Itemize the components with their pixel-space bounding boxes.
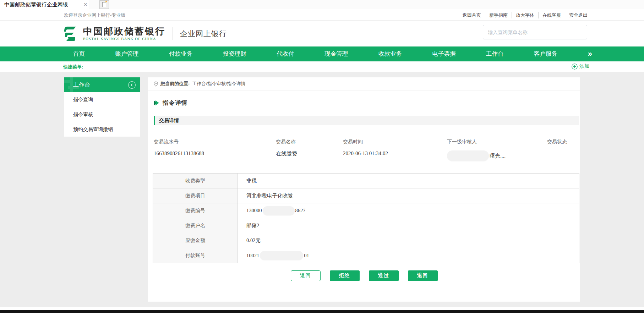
- summary-value: 在线缴费: [276, 150, 343, 158]
- table-row: 收费类型 非税: [153, 174, 579, 188]
- nav-item-collection-payment[interactable]: 代收付: [277, 50, 294, 58]
- new-tab-page-icon: [102, 2, 106, 7]
- table-row: 应缴金额 0.02元: [153, 233, 579, 248]
- menu-search-input[interactable]: [483, 25, 587, 39]
- browser-tab-strip: 中国邮政储蓄银行企业网银 ×: [0, 0, 644, 9]
- link-beginner-guide[interactable]: 新手指南: [485, 12, 512, 18]
- nav-item-investment[interactable]: 投资理财: [223, 50, 246, 58]
- redaction-blob: [263, 206, 295, 215]
- nav-item-workbench[interactable]: 工作台: [486, 50, 504, 58]
- nav-item-e-bills[interactable]: 电子票据: [432, 50, 455, 58]
- summary-next-reviewer: 下一级审核人 曙光,...: [447, 139, 547, 161]
- summary-value: 曙光,...: [447, 150, 547, 161]
- row-value: 非税: [238, 174, 579, 188]
- workspace: 工作台 指令查询 指令审核 预约交易查询撤销 您当前的位置: 工作台/指令审核/…: [0, 72, 644, 307]
- content-card: 您当前的位置: 工作台/指令审核/指令详情 指令详情 交易详情 交易流水号 16…: [148, 77, 580, 302]
- location-pin-icon: [154, 81, 158, 87]
- tab-close-icon[interactable]: ×: [82, 2, 89, 7]
- bank-name-cn: 中国邮政储蓄银行: [83, 27, 165, 36]
- add-quick-menu-button[interactable]: 添加: [572, 63, 589, 70]
- return-button[interactable]: 退回: [408, 270, 438, 281]
- summary-label: 交易名称: [276, 139, 343, 145]
- row-value: 河北非税电子化收缴: [238, 188, 579, 203]
- sidebar-item-instruction-review[interactable]: 指令审核: [64, 107, 140, 122]
- breadcrumb-path: 工作台/指令审核/指令详情: [192, 81, 245, 87]
- summary-label: 下一级审核人: [447, 139, 547, 145]
- product-name: 企业网上银行: [180, 29, 227, 39]
- psbc-logo-icon: [63, 26, 80, 42]
- value-suffix: 8627: [295, 208, 306, 214]
- value-prefix: 10021: [246, 253, 259, 259]
- transaction-summary: 交易流水号 1663890826113138688 交易名称 在线缴费 交易时间…: [154, 139, 580, 161]
- detail-table: 收费类型 非税 缴费项目 河北非税电子化收缴 缴费编号 1300008627 缴…: [153, 173, 579, 263]
- nav-item-account-mgmt[interactable]: 账户管理: [115, 50, 139, 58]
- link-online-service[interactable]: 在线客服: [538, 12, 565, 18]
- bank-name-en: POSTAL SAVINGS BANK OF CHINA: [83, 37, 165, 41]
- row-label: 付款账号: [153, 248, 238, 263]
- subsection-title: 交易详情: [159, 117, 179, 124]
- new-tab-button[interactable]: [99, 0, 109, 9]
- bank-name-block: 中国邮政储蓄银行 POSTAL SAVINGS BANK OF CHINA: [83, 27, 165, 41]
- quick-menu-label: 快捷菜单:: [63, 64, 83, 70]
- redaction-blob: [260, 251, 303, 260]
- summary-label: 交易流水号: [154, 139, 276, 145]
- welcome-text: 欢迎登录企业网上银行-专业版: [64, 12, 125, 18]
- summary-txn-name: 交易名称 在线缴费: [276, 139, 343, 161]
- sidebar-item-scheduled-txn-query-cancel[interactable]: 预约交易查询撤销: [64, 122, 140, 137]
- summary-serial-no: 交易流水号 1663890826113138688: [154, 139, 276, 161]
- row-label: 收费类型: [153, 174, 238, 188]
- table-row: 缴费项目 河北非税电子化收缴: [153, 188, 579, 203]
- breadcrumb: 您当前的位置: 工作台/指令审核/指令详情: [148, 77, 580, 90]
- link-safe-logout[interactable]: 安全退出: [565, 12, 588, 18]
- sidebar-title: 工作台: [73, 81, 90, 89]
- back-button[interactable]: 返回: [291, 270, 321, 281]
- approve-button[interactable]: 通过: [369, 270, 399, 281]
- action-buttons: 返回 拒绝 通过 退回: [148, 270, 580, 281]
- section-title-row: 指令详情: [154, 99, 580, 107]
- sidebar-item-instruction-query[interactable]: 指令查询: [64, 92, 140, 107]
- row-value: 1002101: [238, 248, 579, 263]
- summary-label: 交易状态: [547, 139, 580, 145]
- tab-title: 中国邮政储蓄银行企业网银: [4, 1, 68, 8]
- reject-button[interactable]: 拒绝: [330, 270, 360, 281]
- row-value: 1300008627: [238, 203, 579, 218]
- nav-item-home[interactable]: 首页: [73, 50, 85, 58]
- main-nav: 首页 账户管理 付款业务 投资理财 代收付 现金管理 收款业务 电子票据 工作台…: [0, 46, 644, 61]
- nav-item-cash-mgmt[interactable]: 现金管理: [324, 50, 348, 58]
- summary-value: 1663890826113138688: [154, 150, 276, 158]
- table-row: 付款账号 1002101: [153, 248, 579, 263]
- welcome-bar: 欢迎登录企业网上银行-专业版 返回首页 新手指南 放大字体 在线客服 安全退出: [0, 9, 644, 21]
- row-value: 0.02元: [238, 233, 579, 248]
- sidebar: 工作台 指令查询 指令审核 预约交易查询撤销: [64, 77, 140, 137]
- value-prefix: 130000: [246, 208, 262, 214]
- table-row: 缴费编号 1300008627: [153, 203, 579, 218]
- sidebar-collapse-icon[interactable]: [128, 81, 136, 89]
- row-label: 应缴金额: [153, 233, 238, 248]
- row-label: 缴费编号: [153, 203, 238, 218]
- browser-tab[interactable]: 中国邮政储蓄银行企业网银 ×: [0, 0, 89, 9]
- nav-more-icon[interactable]: »: [588, 50, 592, 58]
- play-triangle-icon: [155, 100, 159, 105]
- footer-black-bar: [0, 310, 644, 313]
- bank-logo: 中国邮政储蓄银行 POSTAL SAVINGS BANK OF CHINA 企业…: [63, 26, 227, 42]
- section-title: 指令详情: [163, 99, 187, 107]
- top-links: 返回首页 新手指南 放大字体 在线客服 安全退出: [459, 12, 588, 18]
- nav-item-receivables[interactable]: 收款业务: [378, 50, 402, 58]
- sidebar-header: 工作台: [64, 77, 140, 92]
- row-label: 缴费户名: [153, 218, 238, 233]
- nav-item-payment[interactable]: 付款业务: [169, 50, 192, 58]
- value-suffix: 01: [304, 253, 309, 259]
- summary-txn-status: 交易状态: [547, 139, 580, 161]
- row-value: 邮储2: [238, 218, 579, 233]
- footer-white-strip: [0, 307, 644, 310]
- add-label: 添加: [579, 63, 589, 70]
- link-enlarge-font[interactable]: 放大字体: [512, 12, 538, 18]
- summary-value-visible: 曙光,...: [490, 153, 506, 159]
- subsection-title-bar: 交易详情: [154, 116, 579, 125]
- table-row: 缴费户名 邮储2: [153, 218, 579, 233]
- nav-item-customer-service[interactable]: 客户服务: [534, 50, 557, 58]
- summary-txn-time: 交易时间 2020-06-13 01:34:02: [343, 139, 447, 161]
- row-label: 缴费项目: [153, 188, 238, 203]
- link-home[interactable]: 返回首页: [459, 12, 485, 18]
- summary-value: [547, 150, 580, 158]
